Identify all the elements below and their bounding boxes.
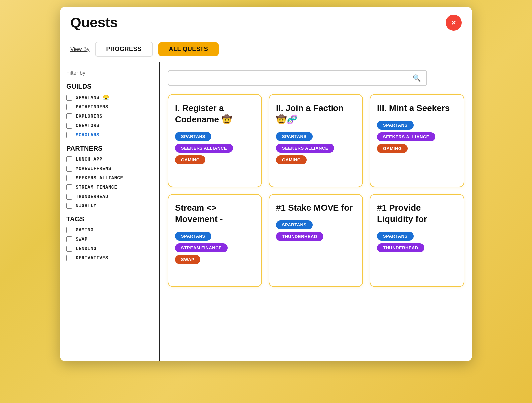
tag-spartans: SPARTANS — [377, 121, 414, 130]
tag-gaming: GAMING — [175, 155, 205, 164]
guild-explorers[interactable]: EXPLORERS — [66, 113, 152, 119]
guild-scholars[interactable]: SCHOLARS — [66, 132, 152, 138]
guilds-section-title: GUILDS — [66, 83, 152, 90]
tag-swap: SWAP — [175, 255, 200, 264]
tag-spartans: SPARTANS — [276, 220, 313, 229]
modal-header: Quests × — [60, 7, 472, 36]
quests-modal: Quests × View By PROGRESS ALL QUESTS Fil… — [60, 7, 472, 361]
tag-stream-finance: STREAM FINANCE — [175, 243, 228, 252]
guild-explorers-checkbox[interactable] — [66, 113, 72, 119]
tag-gaming: GAMING — [276, 155, 307, 164]
partner-movewiffrens[interactable]: MOVEWIFFRENS — [66, 166, 152, 172]
filter-by-label: Filter by — [66, 70, 152, 76]
quest-grid: I. Register a Codename 🤠 SPARTANS SEEKER… — [168, 94, 464, 287]
view-bar: View By PROGRESS ALL QUESTS — [60, 36, 472, 62]
view-by-label[interactable]: View By — [70, 46, 90, 52]
partner-thunderhead[interactable]: THUNDERHEAD — [66, 194, 152, 200]
guild-pathfinders[interactable]: PATHFINDERS — [66, 104, 152, 110]
spartans-emoji: 😤 — [103, 94, 109, 101]
guild-spartans-checkbox[interactable] — [66, 95, 72, 101]
guild-scholars-label: SCHOLARS — [76, 132, 99, 138]
partner-lunch-app-label: LUNCH APP — [76, 157, 102, 162]
partner-stream-finance-checkbox[interactable] — [66, 184, 72, 190]
partner-nightly-label: NIGHTLY — [76, 203, 96, 208]
tag-swap-checkbox[interactable] — [66, 236, 72, 242]
modal-body: Filter by GUILDS SPARTANS 😤 PATHFINDERS … — [60, 62, 472, 361]
partner-seekers-alliance-checkbox[interactable] — [66, 175, 72, 181]
tag-derivatives-label: DERIVATIVES — [76, 255, 108, 261]
quest-card-1-tags: SPARTANS SEEKERS ALLIANCE GAMING — [175, 132, 255, 164]
quest-card-2-title: II. Join a Faction 🤠🧬 — [276, 103, 356, 125]
quest-card-6-title: #1 Provide Liquidity for — [377, 202, 457, 225]
partner-lunch-app[interactable]: LUNCH APP — [66, 156, 152, 162]
search-container: 🔍 — [168, 70, 427, 86]
quest-card-3-title: III. Mint a Seekers — [377, 103, 457, 114]
quest-card-1-title: I. Register a Codename 🤠 — [175, 103, 255, 125]
tags-section-title: TAGS — [66, 215, 152, 223]
tag-seekers-alliance: SEEKERS ALLIANCE — [276, 144, 334, 153]
tag-derivatives[interactable]: DERIVATIVES — [66, 255, 152, 261]
tag-spartans: SPARTANS — [276, 132, 313, 141]
tag-lending[interactable]: LENDING — [66, 246, 152, 252]
tag-seekers-alliance: SEEKERS ALLIANCE — [175, 144, 233, 153]
quest-card-6-tags: SPARTANS THUNDERHEAD — [377, 232, 457, 252]
guild-creators[interactable]: CREATORS — [66, 123, 152, 129]
guild-creators-label: CREATORS — [76, 123, 99, 128]
tag-derivatives-checkbox[interactable] — [66, 255, 72, 261]
partner-stream-finance-label: STREAM FINANCE — [76, 185, 117, 190]
tag-spartans: SPARTANS — [175, 132, 211, 141]
guild-pathfinders-checkbox[interactable] — [66, 104, 72, 110]
quest-card-2-tags: SPARTANS SEEKERS ALLIANCE GAMING — [276, 132, 356, 164]
tag-swap-label: SWAP — [76, 237, 88, 242]
tag-lending-checkbox[interactable] — [66, 246, 72, 252]
guild-creators-checkbox[interactable] — [66, 123, 72, 129]
partner-movewiffrens-checkbox[interactable] — [66, 166, 72, 172]
tag-seekers-alliance: SEEKERS ALLIANCE — [377, 132, 435, 141]
tag-thunderhead: THUNDERHEAD — [276, 232, 323, 241]
partner-thunderhead-checkbox[interactable] — [66, 194, 72, 200]
tag-gaming-checkbox[interactable] — [66, 227, 72, 233]
tag-gaming: GAMING — [377, 144, 408, 153]
tab-all-quests[interactable]: ALL QUESTS — [158, 42, 219, 56]
quest-card-3-tags: SPARTANS SEEKERS ALLIANCE GAMING — [377, 121, 457, 153]
partner-thunderhead-label: THUNDERHEAD — [76, 194, 108, 199]
tag-gaming-label: GAMING — [76, 227, 93, 233]
guild-explorers-label: EXPLORERS — [76, 114, 102, 119]
partner-stream-finance[interactable]: STREAM FINANCE — [66, 184, 152, 190]
quest-card-3[interactable]: III. Mint a Seekers SPARTANS SEEKERS ALL… — [370, 94, 464, 187]
quest-card-4-title: Stream <> Movement - — [175, 202, 255, 225]
tag-spartans: SPARTANS — [377, 232, 414, 241]
main-content: 🔍 I. Register a Codename 🤠 SPARTANS SEEK… — [160, 62, 472, 361]
close-button[interactable]: × — [446, 15, 462, 31]
partner-lunch-app-checkbox[interactable] — [66, 156, 72, 162]
quest-card-4[interactable]: Stream <> Movement - SPARTANS STREAM FIN… — [168, 194, 262, 287]
quest-card-2[interactable]: II. Join a Faction 🤠🧬 SPARTANS SEEKERS A… — [269, 94, 363, 187]
tag-gaming[interactable]: GAMING — [66, 227, 152, 233]
partner-seekers-alliance[interactable]: SEEKERS ALLIANCE — [66, 175, 152, 181]
tag-lending-label: LENDING — [76, 246, 96, 251]
tag-spartans: SPARTANS — [175, 232, 211, 241]
partner-nightly-checkbox[interactable] — [66, 203, 72, 209]
quest-card-5[interactable]: #1 Stake MOVE for SPARTANS THUNDERHEAD — [269, 194, 363, 287]
tag-swap[interactable]: SWAP — [66, 236, 152, 242]
search-input[interactable] — [174, 75, 413, 81]
quest-card-5-tags: SPARTANS THUNDERHEAD — [276, 220, 356, 241]
guild-spartans[interactable]: SPARTANS 😤 — [66, 94, 152, 101]
modal-title: Quests — [70, 15, 118, 31]
guild-pathfinders-label: PATHFINDERS — [76, 104, 108, 110]
quest-card-4-tags: SPARTANS STREAM FINANCE SWAP — [175, 232, 255, 264]
partners-section-title: PARTNERS — [66, 145, 152, 152]
partner-seekers-alliance-label: SEEKERS ALLIANCE — [76, 175, 123, 181]
partner-movewiffrens-label: MOVEWIFFRENS — [76, 166, 111, 171]
tab-progress[interactable]: PROGRESS — [95, 42, 153, 57]
guild-spartans-label: SPARTANS — [76, 95, 99, 100]
quest-card-1[interactable]: I. Register a Codename 🤠 SPARTANS SEEKER… — [168, 94, 262, 187]
guild-scholars-checkbox[interactable] — [66, 132, 72, 138]
search-icon: 🔍 — [413, 74, 421, 82]
quest-card-5-title: #1 Stake MOVE for — [276, 202, 356, 214]
sidebar: Filter by GUILDS SPARTANS 😤 PATHFINDERS … — [60, 62, 160, 361]
partner-nightly[interactable]: NIGHTLY — [66, 203, 152, 209]
tag-thunderhead: THUNDERHEAD — [377, 243, 424, 252]
quest-card-6[interactable]: #1 Provide Liquidity for SPARTANS THUNDE… — [370, 194, 464, 287]
